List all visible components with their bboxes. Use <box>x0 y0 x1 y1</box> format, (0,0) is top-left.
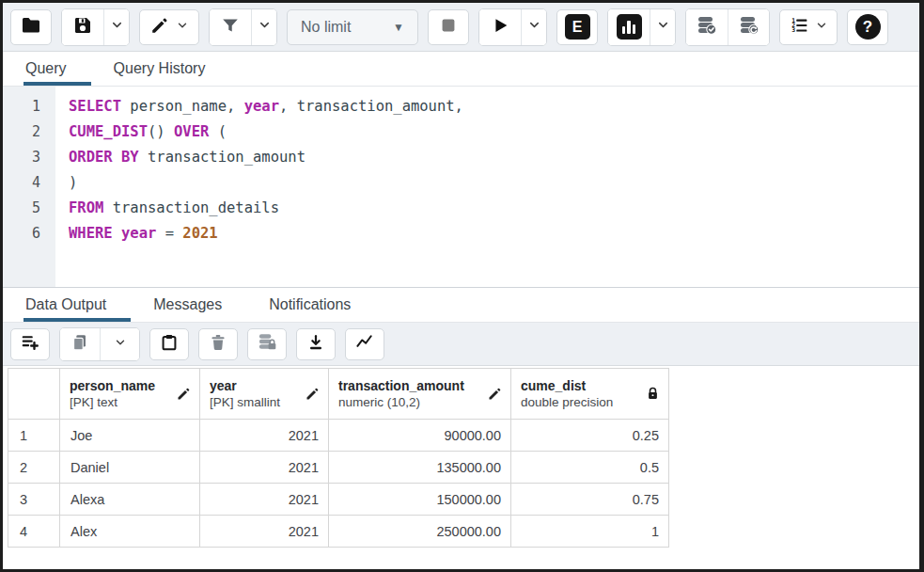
download-results-button[interactable] <box>296 328 336 360</box>
code-line: WHERE year = 2021 <box>69 221 919 246</box>
save-icon <box>71 14 94 40</box>
query-tab-bar: Query Query History <box>3 52 919 87</box>
cell-cume-dist[interactable]: 1 <box>511 516 669 548</box>
cell-year[interactable]: 2021 <box>200 420 329 452</box>
execute-options-dropdown[interactable] <box>521 9 546 45</box>
table-row: 1 Joe 2021 90000.00 0.25 <box>8 420 919 452</box>
chevron-down-icon <box>176 19 189 36</box>
cell-cume-dist[interactable]: 0.75 <box>511 484 669 516</box>
help-button[interactable]: ? <box>847 9 888 45</box>
sql-editor[interactable]: 1 2 3 4 5 6 SELECT person_name, year, tr… <box>3 87 919 287</box>
cell-transaction-amount[interactable]: 135000.00 <box>329 452 511 484</box>
explain-analyze-icon <box>617 14 642 40</box>
column-name: person_name <box>70 377 155 394</box>
row-number-cell[interactable]: 1 <box>8 420 60 452</box>
save-data-changes-button[interactable] <box>247 328 287 360</box>
column-header-year[interactable]: year [PK] smallint <box>200 368 329 420</box>
pencil-icon[interactable] <box>176 386 192 402</box>
pencil-icon[interactable] <box>487 386 503 402</box>
chevron-down-icon <box>656 18 670 36</box>
column-type: [PK] smallint <box>210 394 280 411</box>
open-file-button[interactable] <box>10 9 52 45</box>
cell-person-name[interactable]: Joe <box>60 420 200 452</box>
select-all-cell[interactable] <box>8 368 60 420</box>
tab-query[interactable]: Query <box>23 53 91 86</box>
code-area[interactable]: SELECT person_name, year, transaction_am… <box>55 87 919 287</box>
tab-query-history[interactable]: Query History <box>112 53 230 86</box>
column-type: numeric (10,2) <box>338 394 464 411</box>
commit-icon <box>696 14 718 40</box>
chevron-down-icon: ▼ <box>393 21 404 34</box>
line-number: 6 <box>3 221 55 246</box>
row-limit-select[interactable]: No limit ▼ <box>287 9 418 45</box>
chevron-down-icon <box>258 18 272 36</box>
filter-button[interactable] <box>210 9 251 45</box>
cell-cume-dist[interactable]: 0.5 <box>511 452 669 484</box>
graph-visualiser-button[interactable] <box>345 328 384 360</box>
filter-options-dropdown[interactable] <box>251 9 276 45</box>
column-header-cume-dist[interactable]: cume_dist double precision <box>511 368 669 420</box>
paste-button[interactable] <box>149 328 189 360</box>
tab-data-output[interactable]: Data Output <box>23 289 131 322</box>
cancel-query-button[interactable] <box>428 9 469 45</box>
add-row-button[interactable] <box>10 328 50 360</box>
grid-header-row: person_name [PK] text year [PK] smallint <box>8 368 919 420</box>
cell-transaction-amount[interactable]: 90000.00 <box>329 420 511 452</box>
bar-chart-icon <box>622 20 636 34</box>
tab-messages[interactable]: Messages <box>151 289 246 322</box>
stop-icon <box>438 15 459 40</box>
column-type: [PK] text <box>70 394 155 411</box>
save-file-button[interactable] <box>62 9 103 45</box>
pencil-icon[interactable] <box>305 386 321 402</box>
row-number-cell[interactable]: 3 <box>8 484 60 516</box>
commit-button[interactable] <box>686 9 728 45</box>
explain-options-dropdown[interactable] <box>650 9 675 45</box>
lock-icon <box>645 386 661 402</box>
line-number: 5 <box>3 196 55 221</box>
tab-notifications[interactable]: Notifications <box>267 289 375 322</box>
code-line: CUME_DIST() OVER ( <box>69 119 919 145</box>
cell-person-name[interactable]: Alex <box>60 516 200 548</box>
column-name: transaction_amount <box>338 377 464 394</box>
chevron-down-icon <box>527 18 541 36</box>
rollback-button[interactable] <box>728 9 769 45</box>
edit-menu-button[interactable] <box>139 9 199 45</box>
explain-button[interactable]: E <box>556 9 598 45</box>
edit-icon <box>149 15 170 40</box>
line-number: 4 <box>3 170 55 196</box>
execute-button-group <box>478 8 547 46</box>
delete-icon <box>208 332 228 357</box>
explain-analyze-group <box>607 8 676 46</box>
copy-options-dropdown[interactable] <box>100 328 139 360</box>
explain-analyze-button[interactable] <box>608 9 650 45</box>
explain-icon: E <box>565 14 590 40</box>
cell-transaction-amount[interactable]: 250000.00 <box>329 516 511 548</box>
line-number: 3 <box>3 145 55 170</box>
execute-button[interactable] <box>479 9 521 45</box>
delete-row-button[interactable] <box>198 328 238 360</box>
cell-cume-dist[interactable]: 0.25 <box>511 420 669 452</box>
column-header-transaction-amount[interactable]: transaction_amount numeric (10,2) <box>329 368 511 420</box>
execute-icon <box>490 15 510 40</box>
cell-year[interactable]: 2021 <box>200 516 329 548</box>
data-grid: person_name [PK] text year [PK] smallint <box>3 366 919 548</box>
row-number-cell[interactable]: 4 <box>8 516 60 548</box>
code-line: SELECT person_name, year, transaction_am… <box>69 94 919 119</box>
macro-icon: 123 <box>790 15 810 40</box>
query-tool-window: No limit ▼ E <box>0 0 924 572</box>
cell-year[interactable]: 2021 <box>200 484 329 516</box>
graph-icon <box>354 331 376 357</box>
cell-year[interactable]: 2021 <box>200 452 329 484</box>
rollback-icon <box>738 14 760 40</box>
cell-person-name[interactable]: Alexa <box>60 484 200 516</box>
row-number-cell[interactable]: 2 <box>8 452 60 484</box>
column-header-person-name[interactable]: person_name [PK] text <box>60 368 200 420</box>
cell-transaction-amount[interactable]: 150000.00 <box>329 484 511 516</box>
macro-menu-button[interactable]: 123 <box>779 9 838 45</box>
download-icon <box>305 332 326 357</box>
cell-person-name[interactable]: Daniel <box>60 452 200 484</box>
copy-button[interactable] <box>60 328 100 360</box>
save-options-dropdown[interactable] <box>103 9 129 45</box>
chevron-down-icon <box>110 18 124 36</box>
paste-icon <box>159 332 180 357</box>
